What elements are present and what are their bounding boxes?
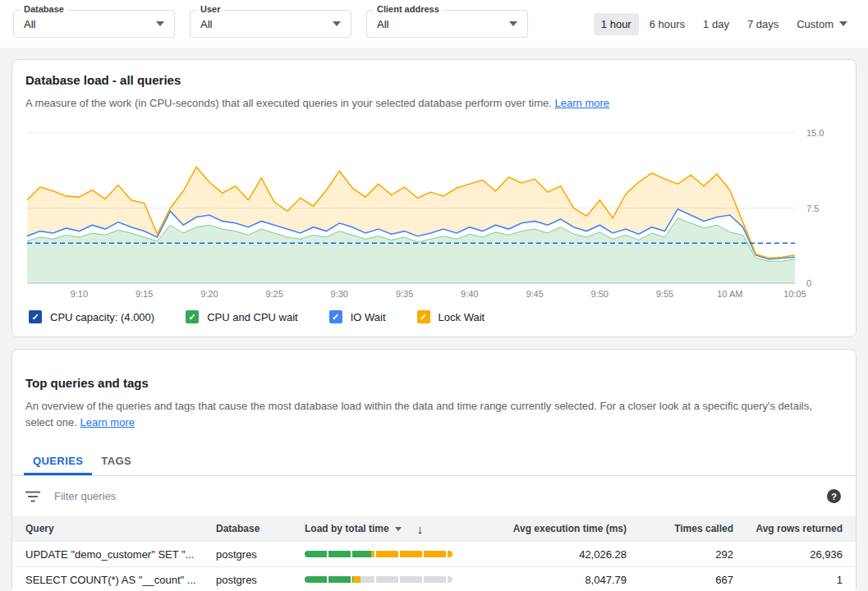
table-header: Query Database Load by total time ↓ Avg …: [12, 516, 856, 541]
chart-legend: ✓CPU capacity: (4.000)✓CPU and CPU wait✓…: [29, 310, 843, 323]
learn-more-link[interactable]: Learn more: [555, 97, 609, 109]
svg-text:9:10: 9:10: [71, 289, 88, 299]
legend-label: IO Wait: [351, 311, 386, 323]
load-bar: [305, 551, 452, 557]
avg-rows-returned-cell: 26,936: [735, 548, 856, 561]
database-load-card: Database load - all queries A measure of…: [11, 59, 857, 337]
checkbox-checked-icon[interactable]: ✓: [29, 310, 42, 323]
time-range-option-6-hours[interactable]: 6 hours: [642, 13, 692, 35]
svg-text:9:45: 9:45: [526, 289, 543, 299]
table-row[interactable]: UPDATE "demo_customer" SET "...postgres4…: [12, 541, 856, 566]
filter-row: ?: [12, 476, 856, 516]
legend-item: ✓CPU and CPU wait: [186, 310, 298, 323]
user-filter-select[interactable]: User All: [190, 10, 351, 38]
sort-descending-icon[interactable]: ↓: [417, 522, 424, 536]
filter-queries-input[interactable]: [54, 490, 813, 502]
legend-item: ✓IO Wait: [329, 310, 386, 323]
database-cell: postgres: [203, 548, 292, 561]
filter-bar: Database All User All Client address All…: [0, 0, 868, 48]
legend-label: CPU capacity: (4.000): [50, 311, 154, 323]
column-header-times-called[interactable]: Times called: [628, 523, 735, 534]
avg-execution-time-cell: 8,047.79: [497, 574, 628, 586]
load-card-description-text: A measure of the work (in CPU-seconds) t…: [25, 97, 552, 109]
avg-execution-time-cell: 42,026.28: [497, 548, 628, 561]
database-filter-value: All: [24, 18, 156, 30]
svg-text:9:30: 9:30: [331, 289, 348, 299]
time-range-option-7-days[interactable]: 7 days: [740, 13, 786, 35]
svg-text:9:15: 9:15: [135, 289, 153, 299]
legend-label: Lock Wait: [439, 311, 485, 323]
client-address-filter-value: All: [377, 18, 509, 30]
database-filter-select[interactable]: Database All: [13, 10, 175, 38]
tabs: QUERIESTAGS: [12, 447, 856, 476]
svg-text:15.0: 15.0: [806, 128, 824, 138]
column-header-load[interactable]: Load by total time ↓: [292, 522, 497, 536]
svg-text:9:40: 9:40: [461, 289, 478, 299]
queries-card-description-text: An overview of the queries and tags that…: [25, 400, 812, 428]
load-bar: [305, 576, 452, 583]
column-header-database[interactable]: Database: [203, 523, 292, 534]
svg-text:9:55: 9:55: [656, 289, 673, 299]
help-icon[interactable]: ?: [827, 489, 841, 503]
load-chart-svg[interactable]: 07.515.09:109:159:209:259:309:359:409:45…: [27, 126, 844, 300]
database-cell: postgres: [203, 574, 292, 586]
chevron-down-icon: [333, 21, 341, 26]
legend-item: ✓Lock Wait: [417, 310, 485, 323]
query-cell[interactable]: UPDATE "demo_customer" SET "...: [12, 548, 203, 561]
queries-card-description: An overview of the queries and tags that…: [25, 398, 843, 431]
table-row[interactable]: SELECT COUNT(*) AS "__count" ...postgres…: [12, 566, 856, 591]
column-header-avg-exec[interactable]: Avg execution time (ms): [497, 523, 628, 534]
client-address-filter-label: Client address: [374, 4, 443, 14]
time-range-selector: 1 hour6 hours1 day7 daysCustom: [594, 13, 855, 35]
times-called-cell: 667: [628, 574, 735, 586]
chevron-down-icon: [156, 21, 164, 26]
chevron-down-icon[interactable]: [395, 527, 402, 531]
chevron-down-icon: [509, 21, 517, 26]
avg-rows-returned-cell: 1: [735, 574, 856, 586]
checkbox-checked-icon[interactable]: ✓: [417, 310, 430, 323]
column-header-query[interactable]: Query: [12, 523, 203, 534]
chevron-down-icon: [839, 21, 847, 26]
client-address-filter-select[interactable]: Client address All: [366, 10, 528, 38]
tab-queries[interactable]: QUERIES: [24, 447, 92, 475]
query-table-body: UPDATE "demo_customer" SET "...postgres4…: [12, 541, 856, 591]
user-filter-value: All: [200, 18, 333, 30]
load-bar-cell: [292, 551, 497, 557]
load-card-description: A measure of the work (in CPU-seconds) t…: [25, 95, 843, 112]
query-cell[interactable]: SELECT COUNT(*) AS "__count" ...: [12, 574, 203, 586]
time-range-option-1-day[interactable]: 1 day: [696, 13, 737, 35]
svg-text:7.5: 7.5: [806, 204, 819, 213]
queries-card-title: Top queries and tags: [25, 376, 843, 390]
svg-text:0: 0: [806, 278, 811, 288]
svg-text:9:25: 9:25: [265, 289, 282, 299]
load-bar-stripes: [305, 551, 452, 557]
load-chart[interactable]: 07.515.09:109:159:209:259:309:359:409:45…: [25, 126, 843, 304]
legend-item: ✓CPU capacity: (4.000): [29, 310, 154, 323]
svg-text:9:35: 9:35: [396, 289, 413, 299]
load-bar-cell: [292, 576, 497, 583]
times-called-cell: 292: [628, 548, 735, 561]
checkbox-checked-icon[interactable]: ✓: [186, 310, 199, 323]
time-range-option-custom[interactable]: Custom: [789, 13, 855, 35]
user-filter-label: User: [197, 4, 223, 14]
learn-more-link[interactable]: Learn more: [80, 416, 135, 428]
checkbox-checked-icon[interactable]: ✓: [329, 310, 342, 323]
filter-icon: [25, 491, 40, 502]
column-header-avg-rows[interactable]: Avg rows returned: [735, 523, 856, 534]
svg-text:9:50: 9:50: [591, 289, 609, 299]
load-bar-stripes: [305, 576, 452, 583]
svg-text:10:05: 10:05: [783, 289, 806, 299]
column-header-load-label: Load by total time: [305, 523, 389, 534]
svg-text:9:20: 9:20: [200, 289, 218, 299]
time-range-option-1-hour[interactable]: 1 hour: [594, 13, 639, 35]
database-filter-label: Database: [21, 4, 67, 14]
svg-text:10 AM: 10 AM: [717, 289, 742, 299]
load-card-title: Database load - all queries: [25, 73, 843, 87]
tab-tags[interactable]: TAGS: [92, 447, 140, 475]
top-queries-card: Top queries and tags An overview of the …: [11, 349, 857, 591]
legend-label: CPU and CPU wait: [207, 311, 298, 323]
